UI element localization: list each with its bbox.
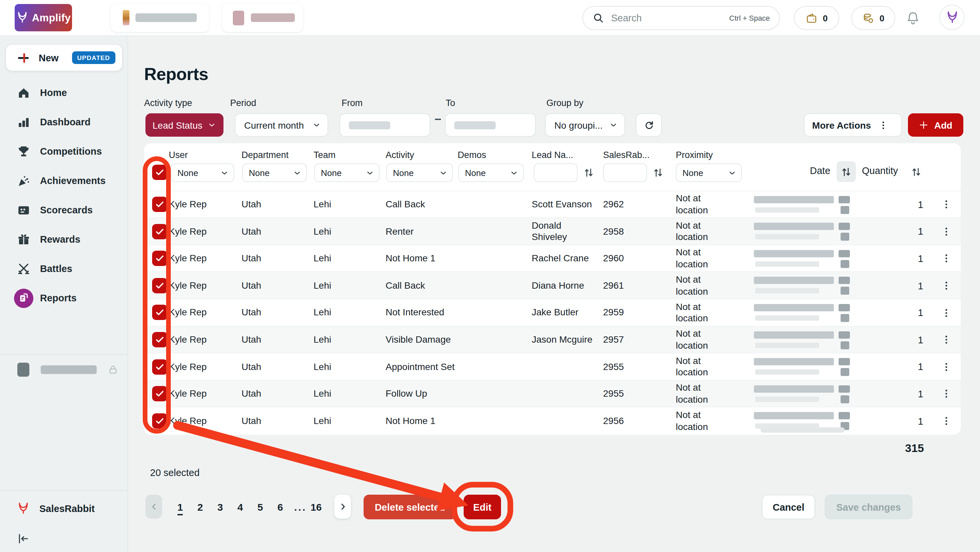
cell-salesrabbit: 2962 [603, 191, 643, 218]
table-row: Kyle RepUtahLehiNot Home 1Rachel Crane29… [144, 244, 961, 272]
department-filter-select[interactable]: None [242, 163, 307, 182]
cell-department: Utah [242, 408, 308, 435]
pagination-next-button[interactable] [334, 495, 351, 519]
cell-demos [458, 218, 524, 245]
row-menu-button[interactable] [939, 353, 953, 380]
refresh-button[interactable] [636, 113, 662, 136]
cell-department: Utah [242, 272, 308, 299]
row-checkbox[interactable] [152, 413, 167, 429]
row-checkbox[interactable] [152, 224, 167, 239]
cell-team: Lehi [313, 353, 380, 380]
cell-salesrabbit: 2957 [603, 326, 643, 353]
proximity-filter-select[interactable]: None [676, 163, 742, 182]
cell-department: Utah [242, 191, 308, 218]
coins-balance-button[interactable]: 0 [851, 6, 895, 30]
cell-salesrabbit: 2955 [603, 353, 643, 380]
sidebar-item-scorecards[interactable]: Scorecards [0, 195, 128, 225]
sidebar-item-reports[interactable]: Reports [0, 283, 128, 312]
sidebar-item-label: Scorecards [40, 205, 93, 215]
salesrabbit-sort-icon[interactable] [652, 166, 664, 179]
quantity-sort-icon[interactable] [911, 165, 922, 179]
period-dropdown[interactable]: Current month [235, 113, 328, 136]
row-menu-button[interactable] [939, 191, 953, 218]
confetti-icon [17, 174, 31, 188]
to-date-input[interactable] [445, 113, 536, 136]
sidebar-item-dashboard[interactable]: Dashboard [0, 107, 128, 136]
cancel-button[interactable]: Cancel [762, 495, 815, 519]
sidebar-item-achievements[interactable]: Achievements [0, 166, 128, 195]
notifications-bell-icon[interactable] [905, 10, 921, 26]
page-1-button[interactable]: 1 [170, 501, 190, 512]
sidebar-item-competitions[interactable]: Competitions [0, 136, 128, 166]
collapse-sidebar-icon[interactable] [17, 532, 30, 545]
delete-selected-button[interactable]: Delete selected [364, 495, 456, 519]
cell-demos [458, 299, 524, 326]
horizontal-scrollbar[interactable] [760, 427, 845, 433]
sidebar-item-redacted[interactable] [0, 358, 128, 381]
add-button[interactable]: Add [908, 113, 963, 136]
sidebar-item-battles[interactable]: Battles [0, 254, 128, 283]
row-checkbox[interactable] [152, 251, 167, 266]
date-sort-button[interactable] [837, 161, 856, 182]
sidebar-item-home[interactable]: Home [0, 78, 128, 107]
row-menu-button[interactable] [939, 299, 953, 326]
row-checkbox[interactable] [152, 197, 167, 212]
page-3-button[interactable]: 3 [210, 501, 230, 512]
activity-filter-select[interactable]: None [386, 163, 453, 182]
lead-name-filter-input[interactable] [534, 163, 578, 182]
pagination-prev-button[interactable] [145, 495, 162, 519]
col-header-activity: Activity [386, 150, 414, 160]
group-by-dropdown[interactable]: No groupi... [545, 113, 625, 136]
page-2-button[interactable]: 2 [190, 501, 210, 512]
more-actions-button[interactable]: More Actions [804, 113, 902, 136]
page-4-button[interactable]: 4 [230, 501, 250, 512]
sidebar-item-label: Reports [40, 293, 77, 303]
row-menu-button[interactable] [939, 218, 953, 245]
cell-proximity: Not at location [676, 299, 727, 326]
row-checkbox[interactable] [152, 359, 167, 374]
demos-filter-select[interactable]: None [458, 163, 524, 182]
workspace-tab-redacted-1[interactable] [111, 3, 209, 32]
row-menu-button[interactable] [939, 272, 953, 299]
user-avatar[interactable] [939, 5, 965, 30]
lead-name-sort-icon[interactable] [583, 166, 594, 179]
selected-count: 20 selected [150, 467, 199, 478]
salesrabbit-filter-input[interactable] [603, 163, 647, 182]
cell-demos [458, 326, 524, 353]
save-changes-button[interactable]: Save changes [824, 495, 913, 519]
row-checkbox[interactable] [152, 332, 167, 347]
page-5-button[interactable]: 5 [250, 501, 270, 512]
cell-date-redacted [754, 274, 867, 297]
new-button-label: New [39, 52, 59, 63]
from-date-input[interactable] [340, 113, 430, 136]
row-menu-button[interactable] [939, 245, 953, 272]
page-6-button[interactable]: 6 [270, 501, 290, 512]
search-input[interactable]: Search Ctrl + Space [582, 6, 780, 30]
app-logo[interactable]: Amplify [15, 4, 72, 31]
row-menu-button[interactable] [939, 408, 953, 435]
row-menu-button[interactable] [939, 326, 953, 353]
wallet-balance-button[interactable]: 0 [794, 6, 839, 30]
table-row: Kyle RepUtahLehiAppointment Set2955Not a… [144, 353, 961, 380]
scorecards-icon [17, 203, 31, 217]
user-filter-select[interactable]: None [171, 163, 234, 182]
edit-button[interactable]: Edit [464, 495, 501, 519]
chevron-down-icon [312, 121, 321, 129]
row-checkbox[interactable] [152, 305, 167, 320]
select-all-checkbox[interactable] [152, 165, 167, 180]
page-16-button[interactable]: 16 [310, 501, 321, 512]
salesrabbit-brand[interactable]: SalesRabbit [0, 498, 128, 519]
row-checkbox[interactable] [152, 278, 167, 293]
cell-proximity: Not at location [676, 245, 727, 272]
updated-badge: UPDATED [72, 51, 115, 64]
cell-team: Lehi [313, 408, 380, 435]
activity-type-dropdown[interactable]: Lead Status [145, 113, 223, 136]
new-button[interactable]: New UPDATED [5, 44, 123, 71]
workspace-tab-redacted-2[interactable] [222, 3, 303, 32]
team-filter-select[interactable]: None [314, 163, 380, 182]
sort-icon [841, 165, 852, 178]
sidebar-item-rewards[interactable]: Rewards [0, 225, 128, 254]
row-menu-button[interactable] [939, 380, 953, 407]
row-checkbox[interactable] [152, 386, 167, 401]
cell-team: Lehi [313, 380, 380, 407]
